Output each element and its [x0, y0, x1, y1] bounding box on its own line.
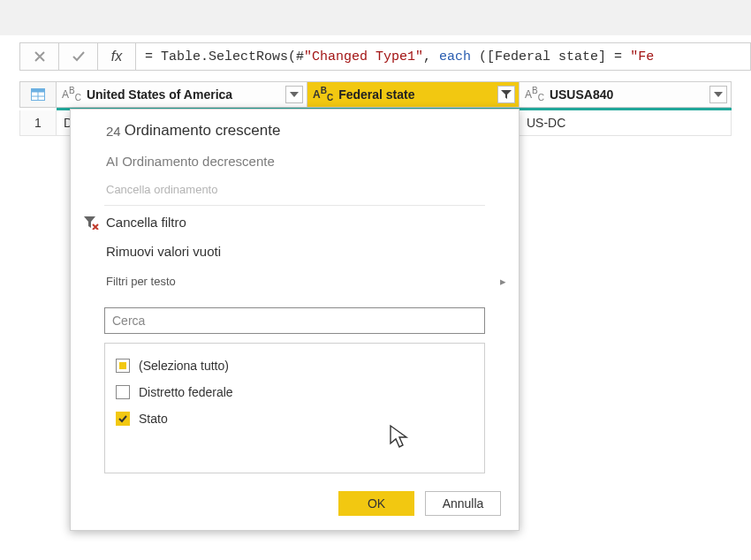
ok-label: OK	[368, 496, 385, 511]
checkbox-indeterminate-icon[interactable]	[116, 359, 130, 373]
filter-value-select-all[interactable]: (Seleziona tutto)	[116, 352, 474, 379]
chevron-down-icon	[290, 92, 299, 97]
formula-text-mid: ,	[423, 49, 439, 64]
sort-ascending-item[interactable]: 24 Ordinamento crescente	[71, 110, 519, 147]
table-cell[interactable]: US-DC	[520, 110, 732, 136]
column-filter-popup: 24 Ordinamento crescente AI Ordinamento …	[70, 109, 520, 531]
column-header-federal-state[interactable]: ABC Federal state	[307, 81, 520, 108]
filter-value-item[interactable]: Distretto federale	[116, 379, 474, 405]
filter-value-item[interactable]: Stato	[116, 405, 474, 432]
formula-confirm-button[interactable]	[58, 42, 97, 71]
column-header-ususa840[interactable]: ABC USUSA840	[520, 81, 732, 108]
column-label: USUSA840	[550, 87, 613, 102]
column-headers: ABC United States of America ABC Federal…	[19, 81, 751, 108]
sort-descending-item[interactable]: AI Ordinamento decrescente	[71, 147, 519, 176]
formula-bar: fx = Table.SelectRows(#"Changed Type1", …	[19, 42, 751, 71]
filter-popup-buttons: OK Annulla	[338, 491, 501, 516]
table-icon	[31, 88, 45, 101]
text-filters-submenu[interactable]: Filtri per testo ▸	[71, 266, 519, 297]
search-placeholder: Cerca	[112, 314, 145, 328]
formula-text-string2: "Fe	[630, 49, 654, 64]
text-type-icon: ABC	[313, 86, 333, 102]
column-dropdown-button[interactable]	[497, 86, 515, 103]
formula-text-each: each	[439, 49, 471, 64]
checkbox-unchecked-icon[interactable]	[116, 385, 130, 399]
column-header-united-states[interactable]: ABC United States of America	[57, 81, 307, 108]
checkbox-checked-icon[interactable]	[116, 412, 130, 426]
clear-filter-label: Cancella filtro	[106, 215, 506, 230]
clear-filter-item[interactable]: Cancella filtro	[71, 208, 519, 237]
formula-text-string1: "Changed Type1"	[304, 49, 423, 64]
row-index: 1	[19, 110, 57, 136]
chevron-right-icon: ▸	[500, 275, 506, 288]
clear-sort-item: Cancella ordinamento	[71, 176, 519, 203]
filter-value-label: Stato	[139, 412, 168, 426]
filter-value-label: Distretto federale	[139, 385, 233, 399]
column-label: Federal state	[338, 87, 414, 102]
cancel-label: Annulla	[443, 496, 484, 511]
filter-values-list[interactable]: (Seleziona tutto) Distretto federale Sta…	[104, 343, 485, 473]
cancel-button[interactable]: Annulla	[425, 491, 501, 516]
text-type-icon: ABC	[525, 86, 544, 102]
formula-input[interactable]: = Table.SelectRows(#"Changed Type1", eac…	[136, 42, 751, 71]
formula-text-mid2: ([Federal state] =	[471, 49, 630, 64]
column-dropdown-button[interactable]	[709, 86, 727, 103]
close-icon	[34, 50, 46, 63]
text-type-icon: ABC	[62, 86, 81, 102]
app-ribbon-placeholder	[0, 0, 751, 35]
clear-filter-icon	[83, 216, 106, 230]
chevron-down-icon	[714, 92, 723, 97]
row-index-header[interactable]	[19, 81, 57, 108]
column-dropdown-button[interactable]	[285, 86, 303, 103]
check-icon	[72, 49, 86, 64]
text-filters-label: Filtri per testo	[106, 275, 176, 288]
sort-asc-label: Ordinamento crescente	[125, 122, 506, 140]
column-label: United States of America	[87, 87, 232, 102]
clear-sort-label: Cancella ordinamento	[106, 183, 506, 196]
sort-asc-prefix: 24	[106, 124, 121, 139]
separator	[104, 205, 485, 206]
fx-label: fx	[97, 42, 136, 71]
sort-desc-prefix: AI	[106, 154, 118, 169]
formula-text-prefix: = Table.SelectRows(#	[145, 49, 304, 64]
ok-button[interactable]: OK	[338, 491, 414, 516]
sort-desc-label: Ordinamento decrescente	[122, 154, 506, 169]
formula-cancel-button[interactable]	[19, 42, 58, 71]
remove-empty-label: Rimuovi valori vuoti	[106, 244, 506, 259]
filter-value-label: (Seleziona tutto)	[139, 359, 229, 373]
filter-search-input[interactable]: Cerca	[104, 307, 485, 334]
remove-empty-item[interactable]: Rimuovi valori vuoti	[71, 237, 519, 266]
filter-applied-icon	[501, 90, 512, 99]
